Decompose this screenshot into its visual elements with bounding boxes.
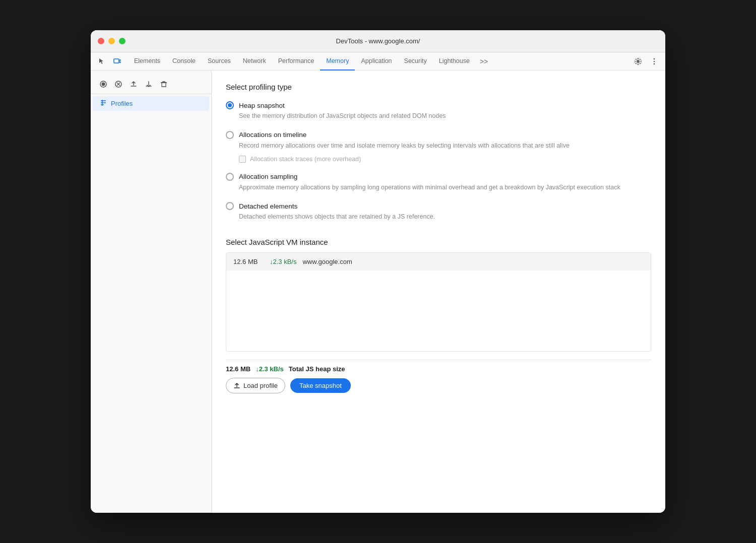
take-snapshot-button[interactable]: Take snapshot [290,378,351,393]
tab-lighthouse[interactable]: Lighthouse [433,52,476,71]
allocations-timeline-header[interactable]: Allocations on timeline [226,131,651,139]
allocations-timeline-label: Allocations on timeline [239,131,306,139]
tab-performance[interactable]: Performance [272,52,321,71]
footer-heap-label: Total JS heap size [289,365,345,373]
load-profile-label: Load profile [243,382,278,389]
detached-elements-desc: Detached elements shows objects that are… [239,212,651,222]
allocation-sampling-desc: Approximate memory allocations by sampli… [239,183,651,192]
radio-inner [228,103,232,107]
heap-snapshot-label: Heap snapshot [239,102,285,109]
heap-snapshot-radio[interactable] [226,101,234,109]
detached-elements-option: Detached elements Detached elements show… [226,202,651,222]
more-options-icon[interactable] [647,54,661,69]
detached-elements-radio[interactable] [226,202,234,210]
heap-snapshot-desc: See the memory distribution of JavaScrip… [239,111,651,121]
download-icon[interactable] [142,78,155,91]
devtools-window: DevTools - www.google.com/ Elements [91,30,665,513]
allocation-sampling-option: Allocation sampling Approximate memory a… [226,173,651,192]
svg-rect-1 [119,60,121,62]
nav-tool-icons [95,54,124,69]
svg-rect-0 [114,59,119,63]
svg-point-5 [654,63,655,64]
allocation-checkbox-row: Allocation stack traces (more overhead) [239,156,651,163]
tab-application[interactable]: Application [355,52,398,71]
allocation-stack-traces-label: Allocation stack traces (more overhead) [250,156,361,163]
devtools-nav: Elements Console Sources Network Perform… [91,52,665,71]
titlebar: DevTools - www.google.com/ [91,30,665,52]
main-content: Select profiling type Heap snapshot See … [212,71,665,513]
settings-icon[interactable] [631,54,645,69]
svg-rect-11 [161,82,167,83]
profiles-icon [100,99,107,108]
clear-icon[interactable] [157,78,170,91]
close-button[interactable] [98,38,104,44]
upload-icon[interactable] [127,78,140,91]
vm-rate: ↓2.3 kB/s [270,258,296,265]
heap-snapshot-option: Heap snapshot See the memory distributio… [226,101,651,121]
sidebar-toolbar [91,75,211,94]
footer-rate: ↓2.3 kB/s [256,365,284,373]
allocation-sampling-label: Allocation sampling [239,173,297,180]
tab-console[interactable]: Console [166,52,202,71]
upload-icon [233,382,240,389]
maximize-button[interactable] [119,38,125,44]
heap-snapshot-header[interactable]: Heap snapshot [226,101,651,109]
tab-memory[interactable]: Memory [320,52,355,71]
window-title: DevTools - www.google.com/ [336,37,420,45]
svg-point-3 [654,58,655,59]
take-snapshot-label: Take snapshot [299,382,342,389]
traffic-lights [98,38,125,44]
allocation-sampling-header[interactable]: Allocation sampling [226,173,651,181]
load-profile-button[interactable]: Load profile [226,378,285,393]
svg-point-4 [654,60,655,62]
sidebar-item-profiles[interactable]: Profiles [93,96,209,111]
footer-memory: 12.6 MB [226,365,250,373]
inspect-element-icon[interactable] [95,54,109,69]
vm-item[interactable]: 12.6 MB ↓2.3 kB/s www.google.com [226,253,651,270]
detached-elements-header[interactable]: Detached elements [226,202,651,210]
vm-section-title: Select JavaScript VM instance [226,238,651,246]
record-button[interactable] [97,78,110,91]
tab-elements[interactable]: Elements [128,52,166,71]
vm-memory: 12.6 MB [233,258,264,265]
allocation-sampling-radio[interactable] [226,173,234,181]
tab-security[interactable]: Security [398,52,433,71]
nav-tabs: Elements Console Sources Network Perform… [128,52,631,71]
devtools-body: Profiles Select profiling type Heap snap… [91,71,665,513]
allocations-timeline-option: Allocations on timeline Record memory al… [226,131,651,163]
device-toggle-icon[interactable] [110,54,124,69]
svg-point-7 [102,83,105,86]
vm-list: 12.6 MB ↓2.3 kB/s www.google.com [226,252,651,352]
allocations-timeline-radio[interactable] [226,131,234,139]
detached-elements-label: Detached elements [239,202,297,210]
vm-empty-area [226,270,651,351]
footer-buttons: Load profile Take snapshot [226,378,651,393]
profiles-label: Profiles [111,100,133,107]
stop-button[interactable] [112,78,125,91]
tab-network[interactable]: Network [237,52,272,71]
more-tabs-button[interactable]: >> [476,52,492,71]
select-profiling-title: Select profiling type [226,83,651,91]
nav-right-icons [631,54,661,69]
tab-sources[interactable]: Sources [202,52,237,71]
allocation-stack-traces-checkbox[interactable] [239,156,246,163]
footer-stats: 12.6 MB ↓2.3 kB/s Total JS heap size [226,365,651,373]
minimize-button[interactable] [108,38,115,44]
sidebar: Profiles [91,71,212,513]
allocations-timeline-desc: Record memory allocations over time and … [239,141,651,151]
profiling-options: Heap snapshot See the memory distributio… [226,101,651,222]
footer-section: 12.6 MB ↓2.3 kB/s Total JS heap size Loa… [226,360,651,393]
vm-name: www.google.com [302,258,352,265]
